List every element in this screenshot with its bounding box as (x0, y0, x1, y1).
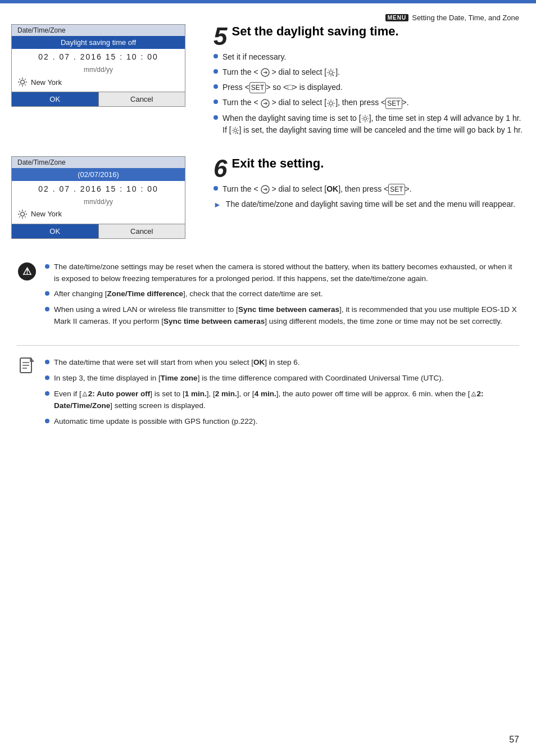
svg-line-35 (362, 116, 364, 117)
dialog-5-title: Date/Time/Zone (12, 25, 185, 36)
svg-line-55 (25, 216, 26, 218)
svg-line-26 (328, 100, 329, 101)
step-5-dialog: Date/Time/Zone Daylight saving time off … (11, 24, 185, 107)
svg-line-5 (19, 79, 20, 80)
note-item-3: Even if [2: Auto power off] is set to [1… (45, 388, 519, 412)
svg-point-0 (21, 80, 25, 84)
bullet-dot (45, 264, 49, 269)
svg-line-44 (233, 128, 234, 129)
svg-line-47 (233, 132, 234, 133)
dialog-5-ok-btn[interactable]: OK (12, 92, 99, 106)
step-6-bullet-1: Turn the < > dial to select [OK], then p… (214, 183, 525, 195)
step-6-right: 6 Exit the setting. Turn the < > dial to… (214, 156, 525, 239)
caution-section: ⚠ The date/time/zone settings may be res… (11, 261, 525, 332)
dialog-6-cancel-btn[interactable]: Cancel (99, 224, 185, 238)
note-icon-col (17, 357, 37, 432)
step-5-row: Date/Time/Zone Daylight saving time off … (11, 24, 525, 139)
dialog-6-date: 02 . 07 . 2016 15 : 10 : 00 (12, 181, 185, 197)
svg-line-6 (25, 84, 26, 85)
step-6-row: Date/Time/Zone (02/07/2016) 02 . 07 . 20… (11, 156, 525, 239)
main-content: Date/Time/Zone Daylight saving time off … (0, 24, 536, 456)
bullet-dot (45, 375, 49, 380)
bullet-dot (214, 115, 218, 120)
step-5-bullet-1: Set it if necessary. (214, 51, 525, 63)
step-5-header: 5 Set the daylight saving time. (214, 24, 525, 51)
caution-text-3: When using a wired LAN or wireless file … (54, 304, 519, 328)
dialog-6-zone: New York (12, 207, 185, 221)
svg-line-57 (19, 216, 20, 218)
caution-item-2: After changing [Zone/Time difference], c… (45, 288, 519, 300)
dialog-6-date-selected: (02/07/2016) (12, 168, 185, 181)
step-6-left: Date/Time/Zone (02/07/2016) 02 . 07 . 20… (11, 156, 202, 239)
dialog-6-buttons: OK Cancel (12, 224, 185, 238)
note-item-1: The date/time that were set will start f… (45, 357, 519, 369)
bullet-dot (214, 99, 218, 104)
svg-line-7 (25, 79, 26, 80)
svg-point-30 (364, 117, 366, 120)
caution-bullets: The date/time/zone settings may be reset… (45, 261, 519, 328)
caution-icon: ⚠ (18, 262, 36, 280)
note-text-4: Automatic time update is possible with G… (54, 416, 257, 428)
svg-line-15 (328, 70, 329, 71)
svg-line-27 (333, 105, 334, 106)
step-6-bullet-2: ► The date/time/zone and daylight saving… (214, 198, 525, 211)
svg-line-8 (19, 84, 20, 85)
svg-line-54 (19, 211, 20, 212)
caution-icon-col: ⚠ (17, 261, 37, 332)
note-bullets: The date/time that were set will start f… (45, 357, 519, 428)
dialog-6-ok-btn[interactable]: OK (12, 224, 99, 238)
note-text-1: The date/time that were set will start f… (54, 357, 299, 369)
step-6-header: 6 Exit the setting. (214, 156, 525, 183)
section-divider (17, 345, 519, 346)
note-content: The date/time that were set will start f… (45, 357, 519, 432)
menu-badge: MENU (385, 14, 408, 21)
bullet-dot (45, 291, 49, 296)
step-5-bullets: Set it if necessary. Turn the < > dial t… (214, 51, 525, 136)
bullet-dot (45, 391, 49, 396)
caution-item-3: When using a wired LAN or wireless file … (45, 304, 519, 328)
svg-point-49 (21, 212, 25, 216)
note-icon (19, 358, 35, 374)
header-title-text: Setting the Date, Time, and Zone (412, 13, 519, 22)
caution-item-1: The date/time/zone settings may be reset… (45, 261, 519, 285)
step-5-right: 5 Set the daylight saving time. Set it i… (214, 24, 525, 139)
svg-line-28 (333, 100, 334, 101)
page-number: 57 (509, 735, 519, 745)
svg-line-18 (328, 75, 329, 76)
caution-text-2: After changing [Zone/Time difference], c… (54, 288, 322, 300)
note-section: The date/time that were set will start f… (11, 357, 525, 432)
arrow-bullet: ► (214, 199, 221, 211)
bullet-dot (214, 69, 218, 74)
step-5-bullet-2: Turn the < > dial to select []. (214, 66, 525, 78)
note-text-3: Even if [2: Auto power off] is set to [1… (54, 388, 519, 412)
svg-point-10 (329, 71, 333, 74)
step-5-bullet-4: Turn the < > dial to select [], then pre… (214, 97, 525, 108)
step-6-bullets: Turn the < > dial to select [OK], then p… (214, 183, 525, 211)
step-6-title: Exit the setting. (231, 156, 324, 171)
step-6-dialog: Date/Time/Zone (02/07/2016) 02 . 07 . 20… (11, 156, 185, 239)
dialog-5-zone: New York (12, 75, 185, 89)
svg-line-29 (328, 105, 329, 106)
dialog-5-cancel-btn[interactable]: Cancel (99, 92, 185, 106)
step-5-number: 5 (214, 24, 227, 49)
step-5-bullet-5: When the daylight saving time is set to … (214, 112, 525, 136)
step-5-left: Date/Time/Zone Daylight saving time off … (11, 24, 202, 139)
bullet-dot (45, 360, 49, 364)
note-text-2: In step 3, the time displayed in [Time z… (54, 373, 444, 384)
dialog-6-format: mm/dd/yy (12, 197, 185, 207)
dialog-5-buttons: OK Cancel (12, 92, 185, 106)
svg-point-39 (234, 129, 237, 132)
svg-line-36 (367, 120, 368, 121)
header-bar (0, 0, 536, 3)
svg-line-17 (333, 70, 334, 71)
step-6-number: 6 (214, 156, 227, 181)
note-item-2: In step 3, the time displayed in [Time z… (45, 373, 519, 384)
svg-line-37 (367, 116, 368, 117)
zone-icon-6 (17, 209, 28, 219)
dialog-5-zone-label: New York (31, 78, 62, 87)
dialog-5-format: mm/dd/yy (12, 65, 185, 75)
svg-line-38 (362, 120, 364, 121)
dialog-6-zone-label: New York (31, 210, 62, 218)
svg-line-46 (237, 128, 238, 129)
page-header: MENU Setting the Date, Time, and Zone (0, 9, 536, 24)
